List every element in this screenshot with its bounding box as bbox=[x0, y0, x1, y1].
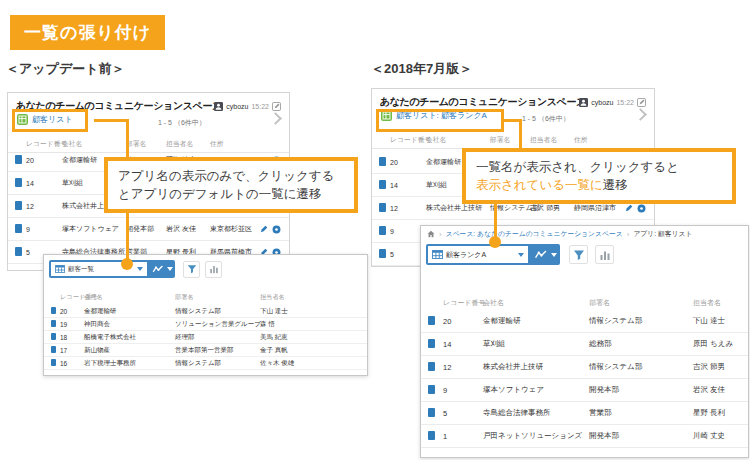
cell-dept: 総務部 bbox=[585, 339, 689, 349]
record-doc-icon[interactable] bbox=[428, 316, 435, 325]
record-doc-icon[interactable] bbox=[379, 157, 386, 166]
callout-2018: 一覧名が表示され、クリックすると 表示されている一覧に遷移 bbox=[462, 148, 736, 204]
record-row[interactable]: 20 金都運輸研 情報システム部 下山 達士 bbox=[421, 310, 748, 333]
view-selector[interactable]: 顧客ランクA bbox=[426, 244, 530, 265]
filter-button[interactable] bbox=[183, 261, 200, 278]
cell-dept: 開発本部 bbox=[585, 431, 689, 441]
cell-record-no: 20 bbox=[386, 159, 422, 166]
record-doc-icon[interactable] bbox=[15, 178, 22, 187]
cell-company: 塚本ソフトウェア bbox=[479, 385, 585, 395]
record-doc-icon[interactable] bbox=[379, 226, 386, 235]
graph-button[interactable] bbox=[595, 245, 614, 264]
record-row[interactable]: 18 船橋電子株式会社 経理部 美馬 紀恵 bbox=[44, 331, 367, 344]
callout-text: 遷移 bbox=[603, 178, 628, 192]
cell-record-no: 20 bbox=[439, 317, 479, 326]
record-row[interactable]: 17 新山物産 営業本部第一営業部 金子 真帆 bbox=[44, 344, 367, 357]
cell-company: 塚本ソフトウェア bbox=[58, 224, 122, 234]
view-selector-label: 顧客ランクA bbox=[446, 250, 515, 260]
cell-dept: ソリューション営業グループ bbox=[171, 320, 256, 329]
connector-line bbox=[519, 119, 522, 150]
cell-person: 吉沢 節男 bbox=[689, 362, 748, 372]
record-row[interactable]: 14 草刈組 総務部 原田 ちえみ bbox=[421, 333, 748, 356]
cell-person: 川崎 丈史 bbox=[689, 431, 748, 441]
edit-record-icon[interactable] bbox=[625, 204, 633, 213]
cell-company: 神田商会 bbox=[80, 320, 171, 329]
filter-button[interactable] bbox=[569, 245, 588, 264]
record-doc-icon[interactable] bbox=[15, 201, 22, 210]
record-doc-icon[interactable] bbox=[379, 249, 386, 258]
chart-view-button[interactable] bbox=[149, 260, 175, 278]
col-record-no: レコード番号 bbox=[56, 293, 80, 302]
record-settings-icon[interactable] bbox=[637, 204, 646, 213]
record-doc-icon[interactable] bbox=[379, 180, 386, 189]
col-record-no: レコード番号 bbox=[386, 135, 422, 145]
breadcrumb-app-label: アプリ: 顧客リスト bbox=[633, 229, 692, 239]
callout-line: 表示されている一覧に遷移 bbox=[476, 176, 722, 194]
callout-before: アプリ名の表示のみで、クリックする とアプリのデフォルトの一覧に遷移 bbox=[104, 157, 358, 213]
cell-company: 株式会社井上技研 bbox=[479, 362, 585, 372]
col-spacer bbox=[8, 139, 22, 149]
cell-record-no: 5 bbox=[386, 251, 422, 258]
chart-view-button[interactable] bbox=[530, 244, 560, 265]
breadcrumb-space-link[interactable]: スペース: あなたのチームのコミュニケーションスペース bbox=[446, 229, 623, 239]
highlight-box-app-link bbox=[12, 109, 88, 132]
record-doc-icon[interactable] bbox=[15, 224, 22, 233]
cell-person: 森 悟 bbox=[256, 320, 367, 329]
col-address: 住所 bbox=[206, 139, 250, 149]
record-doc-icon[interactable] bbox=[428, 385, 435, 394]
record-doc-icon[interactable] bbox=[15, 247, 22, 256]
filter-icon bbox=[187, 264, 197, 274]
cell-address: 静岡県沼津市 bbox=[570, 203, 614, 213]
col-company: 会社名 bbox=[58, 139, 122, 149]
cell-company: 新山物産 bbox=[80, 346, 171, 355]
chevron-down-icon bbox=[551, 253, 557, 257]
cell-record-no: 5 bbox=[439, 409, 479, 418]
edit-icon[interactable] bbox=[272, 102, 281, 111]
cell-record-no: 20 bbox=[56, 308, 80, 315]
user-name: cybozu bbox=[226, 103, 248, 110]
record-row[interactable]: 12 株式会社井上技研 情報システム部 吉沢 節男 bbox=[421, 356, 748, 379]
cell-dept: 情報システム部 bbox=[486, 203, 526, 213]
callout-line: 一覧名が表示され、クリックすると bbox=[476, 158, 722, 176]
cell-company: 金都運輸研 bbox=[479, 316, 585, 326]
record-row[interactable]: 20 金都運輸研 情報システム部 下山 達士 bbox=[44, 305, 367, 318]
user-icon bbox=[214, 102, 223, 111]
col-record-no: レコード番号 bbox=[22, 139, 58, 149]
record-row[interactable]: 9 塚本ソフトウェア 開発本部 岩沢 友佳 bbox=[421, 379, 748, 402]
record-row[interactable]: 1 戸田ネットソリューションズ 開発本部 川崎 丈史 bbox=[421, 425, 748, 448]
cell-record-no: 14 bbox=[22, 180, 58, 187]
edit-icon[interactable] bbox=[637, 98, 646, 107]
record-doc-icon[interactable] bbox=[428, 362, 435, 371]
record-doc-icon[interactable] bbox=[428, 339, 435, 348]
cell-record-no: 17 bbox=[56, 347, 80, 354]
connector-dot bbox=[489, 236, 501, 248]
col-company: 会社名 bbox=[422, 135, 486, 145]
graph-button[interactable] bbox=[205, 261, 222, 278]
record-settings-icon[interactable] bbox=[272, 225, 281, 234]
home-icon[interactable] bbox=[427, 230, 435, 238]
edit-record-icon[interactable] bbox=[260, 225, 268, 234]
cell-record-no: 9 bbox=[386, 228, 422, 235]
record-row[interactable]: 19 神田商会 ソリューション営業グループ 森 悟 bbox=[44, 318, 367, 331]
cell-company: 戸田ネットソリューションズ bbox=[479, 431, 585, 441]
cell-dept: 情報システム部 bbox=[585, 362, 689, 372]
cell-company: 金都運輸研 bbox=[80, 307, 171, 316]
record-row[interactable]: 9 塚本ソフトウェア 開発本部 岩沢 友佳 東京都杉並区 bbox=[8, 218, 289, 241]
record-row[interactable]: 16 岩下税理士事務所 情報システム部 佐々木 俊雄 bbox=[44, 357, 367, 370]
record-doc-icon[interactable] bbox=[428, 408, 435, 417]
view-selector[interactable]: 顧客一覧 bbox=[49, 260, 149, 278]
record-doc-icon[interactable] bbox=[379, 203, 386, 212]
record-doc-icon[interactable] bbox=[428, 431, 435, 440]
record-doc-icon[interactable] bbox=[15, 155, 22, 164]
page: 一覧の張り付け ＜アップデート前＞ ＜2018年7月版＞ あなたのチームのコミュ… bbox=[0, 0, 750, 460]
user-icon bbox=[579, 98, 588, 107]
view-table-icon bbox=[432, 250, 443, 259]
named-list-panel: › スペース: あなたのチームのコミュニケーションスペース › アプリ: 顧客リ… bbox=[420, 225, 749, 458]
cell-dept: 営業本部第一営業部 bbox=[171, 346, 256, 355]
callout-line: アプリ名の表示のみで、クリックする bbox=[118, 167, 344, 185]
cell-person: 星野 長利 bbox=[689, 408, 748, 418]
record-row[interactable]: 5 寺島総合法律事務所 営業部 星野 長利 bbox=[421, 402, 748, 425]
timestamp: 15:22 bbox=[251, 103, 269, 110]
breadcrumb-separator: › bbox=[627, 230, 630, 239]
col-dept: 部署名 bbox=[585, 298, 689, 308]
